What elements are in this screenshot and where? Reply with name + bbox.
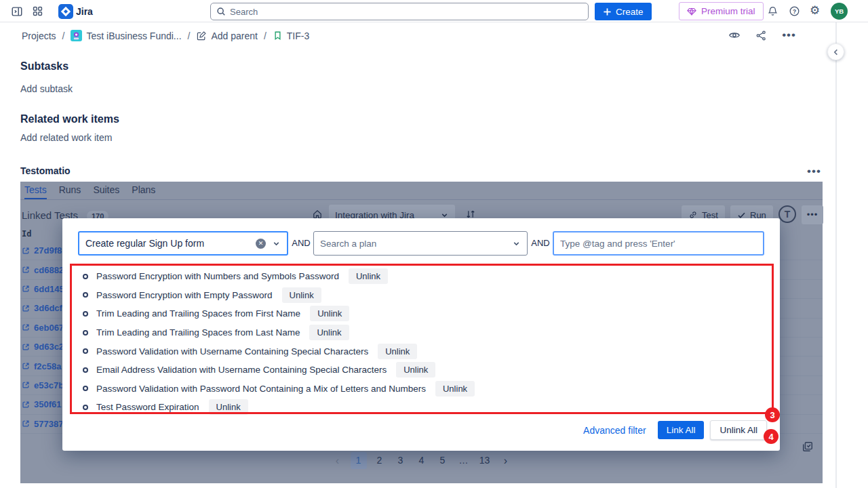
bullet-icon (83, 348, 88, 354)
bullet-icon (83, 367, 88, 373)
project-avatar-icon (71, 30, 82, 41)
right-panel-divider (835, 22, 837, 488)
annotation-step-3-badge: 3 (765, 407, 780, 422)
unlink-button[interactable]: Unlink (349, 268, 388, 284)
diamond-icon (687, 7, 696, 16)
svg-text:?: ? (793, 8, 796, 15)
clear-filter-icon[interactable]: ✕ (256, 239, 266, 249)
pagination-page-3[interactable]: 3 (393, 452, 409, 469)
add-parent-button[interactable]: Add parent (196, 30, 258, 41)
unlink-button[interactable]: Unlink (309, 325, 349, 340)
unlink-button[interactable]: Unlink (209, 399, 248, 415)
unlink-button[interactable]: Unlink (310, 306, 349, 321)
bullet-icon (83, 292, 88, 298)
panel-more-button[interactable]: ••• (802, 205, 823, 224)
tab-runs[interactable]: Runs (59, 182, 81, 199)
annotation-step-4-badge: 4 (764, 429, 778, 444)
bullet-icon (83, 330, 88, 336)
search-icon (216, 7, 226, 16)
list-item: Password Validation with Password Not Co… (62, 380, 780, 399)
link-all-button[interactable]: Link All (658, 421, 705, 439)
search-input[interactable] (230, 7, 583, 17)
pagination-page-13[interactable]: 13 (477, 452, 493, 469)
share-icon[interactable] (755, 30, 767, 41)
testomatio-more-icon[interactable]: ••• (807, 165, 821, 178)
pagination-next[interactable]: › (498, 452, 514, 469)
chevron-down-icon (272, 239, 281, 248)
tab-plans[interactable]: Plans (132, 182, 155, 199)
modal-footer: Advanced filter Link All Unlink All (583, 420, 767, 440)
test-filter-value: Create regular Sign Up form (85, 238, 204, 249)
add-subtask-link[interactable]: Add subtask (20, 83, 73, 94)
list-item: Trim Leading and Trailing Spaces from Fi… (62, 304, 780, 323)
and-operator-label: AND (529, 231, 552, 256)
bullet-icon (83, 405, 88, 410)
pagination-page-2[interactable]: 2 (372, 452, 388, 469)
app-switcher-icon[interactable] (32, 5, 43, 17)
tag-input[interactable] (560, 239, 757, 249)
breadcrumb-row: Projects / Test iBusiness Fundi... / Add… (0, 22, 835, 49)
external-link-icon (22, 420, 30, 428)
unlink-button[interactable]: Unlink (396, 362, 435, 378)
add-parent-label: Add parent (211, 30, 258, 41)
sidebar-toggle-icon[interactable] (11, 5, 23, 18)
settings-gear-icon[interactable]: ⚙ (810, 4, 820, 18)
unlink-button[interactable]: Unlink (435, 381, 475, 396)
global-search[interactable] (210, 3, 589, 20)
tab-suites[interactable]: Suites (93, 182, 119, 199)
plan-search-input[interactable] (320, 239, 512, 249)
pagination-prev[interactable]: ‹ (330, 452, 346, 469)
pagination-page-1[interactable]: 1 (351, 452, 367, 469)
testomatio-heading: Testomatio (20, 165, 71, 176)
external-link-icon (22, 401, 30, 409)
pagination-ellipsis: … (456, 452, 472, 469)
edit-pencil-icon (196, 30, 207, 41)
list-item: Trim Leading and Trailing Spaces from La… (62, 323, 780, 342)
pagination-page-5[interactable]: 5 (435, 452, 451, 469)
external-link-icon (22, 362, 30, 370)
unlink-button[interactable]: Unlink (282, 287, 321, 303)
list-item: Password Validation with Username Contai… (62, 342, 780, 361)
list-item: Test Password ExpirationUnlink (62, 398, 780, 417)
breadcrumb-project-name: Test iBusiness Fundi... (86, 30, 181, 41)
breadcrumb-projects[interactable]: Projects (22, 30, 56, 41)
bullet-icon (83, 311, 88, 317)
external-link-icon (22, 381, 30, 389)
watch-eye-icon[interactable] (728, 29, 741, 41)
testomatio-logo-icon[interactable]: T (778, 205, 796, 223)
external-link-icon (22, 266, 30, 274)
unlink-button[interactable]: Unlink (378, 344, 417, 359)
pagination-page-4[interactable]: 4 (414, 452, 430, 469)
unlink-all-button[interactable]: Unlink All (710, 420, 767, 440)
testomatio-tabs: Tests Runs Suites Plans (20, 182, 823, 200)
help-icon[interactable]: ? (789, 5, 800, 17)
add-related-work-link[interactable]: Add related work item (20, 132, 112, 143)
plus-icon (603, 7, 612, 16)
plan-filter-select[interactable] (313, 231, 528, 256)
breadcrumb-issue-key[interactable]: TIF-3 (273, 30, 309, 41)
top-navigation-bar: Jira Create Premium trial ? ⚙ YB (0, 0, 868, 22)
tag-filter-field[interactable] (553, 231, 764, 256)
and-operator-label: AND (290, 231, 313, 256)
related-work-heading: Related work items (20, 113, 119, 125)
pagination: ‹ 1 2 3 4 5 … 13 › (20, 452, 823, 469)
test-filter-select[interactable]: Create regular Sign Up form ✕ (78, 231, 288, 256)
user-avatar[interactable]: YB (831, 3, 848, 20)
external-link-icon (22, 247, 30, 255)
jira-logo-icon[interactable] (58, 4, 73, 19)
collapse-panel-button[interactable] (827, 43, 844, 60)
list-item: Password Encryption with Empty PasswordU… (62, 286, 780, 305)
subtasks-heading: Subtasks (20, 60, 68, 73)
bulk-select-icon[interactable] (802, 441, 814, 453)
advanced-filter-link[interactable]: Advanced filter (583, 425, 646, 436)
notifications-bell-icon[interactable] (767, 5, 778, 17)
create-button[interactable]: Create (595, 3, 652, 20)
tab-tests[interactable]: Tests (24, 182, 47, 199)
issue-actions: ••• (728, 29, 796, 41)
chevron-left-icon (832, 48, 840, 56)
more-actions-icon[interactable]: ••• (782, 30, 796, 40)
issue-key-label: TIF-3 (287, 30, 309, 41)
premium-trial-button[interactable]: Premium trial (679, 2, 764, 20)
external-link-icon (22, 323, 30, 331)
breadcrumb-project[interactable]: Test iBusiness Fundi... (71, 30, 181, 41)
